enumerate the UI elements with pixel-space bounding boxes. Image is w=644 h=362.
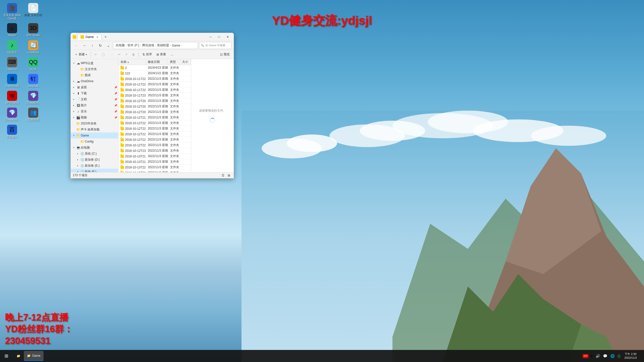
desktop-icon-fan[interactable]: 👥 QQ粉丝群 xyxy=(23,107,43,122)
tree-desktop[interactable]: ▸ 🖥 桌面 📌 xyxy=(71,84,118,90)
rename-button[interactable]: ✏ xyxy=(116,51,123,58)
tree-thispc[interactable]: ▾ 💻 此电脑 xyxy=(71,145,118,151)
desktop-icon-wps[interactable]: W WPS Office xyxy=(2,90,22,106)
tree-2023[interactable]: 📁 2023年杂鱼 xyxy=(71,120,118,126)
minimize-button[interactable]: ─ xyxy=(207,34,215,40)
tray-speaker[interactable]: 🔊 xyxy=(595,353,601,358)
table-row[interactable]: 2018-10-12T22-11-292022/11/3 星期四 13...文件… xyxy=(118,126,191,131)
tree-d[interactable]: ▸ 💿 新加卷 (D:) xyxy=(71,157,118,163)
close-button[interactable]: ✕ xyxy=(224,34,232,40)
search-box[interactable]: 🔍 在 Game 中搜索 xyxy=(199,42,232,49)
share-button[interactable]: ↗ xyxy=(123,51,130,58)
breadcrumb-f[interactable]: 软件 (F:) xyxy=(127,43,140,48)
desktop-icon-qq[interactable]: ♪ QQ音乐 xyxy=(2,39,22,55)
tray-qq[interactable]: Q xyxy=(617,353,621,358)
table-row[interactable]: 2018-10-12T20-57-272022/11/3 星期四 13...文件… xyxy=(118,109,191,115)
window-tab[interactable]: Game ✕ xyxy=(77,34,102,40)
table-row[interactable]: 2018-10-12T22-20-162022/11/3 星期四 13...文件… xyxy=(118,137,191,143)
tree-download[interactable]: ▸ ⬇ 下载 📌 xyxy=(71,90,118,96)
table-row[interactable]: 2018-10-11T22-47-122022/11/3 星期四 13...文件… xyxy=(118,87,191,93)
tree-docs[interactable]: ▸ 📄 文档 📌 xyxy=(71,96,118,102)
taskbar-explorer[interactable]: 📁 xyxy=(14,351,23,361)
tree-main-folder[interactable]: 📁 主文件夹 xyxy=(71,66,118,72)
back-button[interactable]: ← xyxy=(73,42,80,49)
table-row[interactable]: 2018-10-13T21-49-172022/11/3 星期四 13...文件… xyxy=(118,159,191,165)
col-date[interactable]: 修改日期 xyxy=(146,59,168,65)
table-row[interactable]: 22024/4/23 星期二 23...文件夹 xyxy=(118,65,191,71)
desktop-icon-teamviewer[interactable]: 🖥 TeamViewS xyxy=(2,73,22,89)
tab-close-icon[interactable]: ✕ xyxy=(96,36,98,38)
table-row[interactable]: 2018-10-12T23-21-412022/11/3 星期四 13...文件… xyxy=(118,148,191,154)
tree-c[interactable]: ▸ 💿 系统 (C:) xyxy=(71,151,118,157)
desktop-icon-webcam1[interactable]: 🎥 无名点名 WebCam器 xyxy=(2,2,22,21)
table-row[interactable]: 2018-10-12T21-26-352022/11/3 星期四 13...文件… xyxy=(118,115,191,120)
path-dropdown[interactable]: ⌄ xyxy=(105,42,112,49)
table-row[interactable]: 2018-10-11T23-21-392022/11/3 星期四 13...文件… xyxy=(118,93,191,98)
tray-sougou[interactable]: S中 xyxy=(583,354,589,358)
tree-wps-cloud[interactable]: ▾ ☁ WPS云盘 xyxy=(71,60,118,66)
tray-network[interactable]: 🌐 xyxy=(609,353,616,358)
tree-imgbed[interactable]: 📁 图床 xyxy=(71,72,118,78)
tree-soundcard[interactable]: 📁 声卡 效果加载 xyxy=(71,126,118,132)
more-button[interactable]: ... xyxy=(169,51,175,58)
table-row[interactable]: 2018-10-12T20-28-052022/11/3 星期四 13...文件… xyxy=(118,104,191,109)
table-row[interactable]: 2018-10-12T22-56-152022/11/3 星期四 13...文件… xyxy=(118,143,191,148)
taskbar-game[interactable]: 📁 Game xyxy=(24,351,44,361)
tray-yen[interactable]: ¥ xyxy=(590,353,594,358)
desktop-icon-crystal2[interactable]: 💎 CrystalDis... xyxy=(23,90,43,106)
col-name[interactable]: 名称 ▲ xyxy=(118,59,146,65)
view-button[interactable]: ⊞ 查看 xyxy=(154,51,168,58)
breadcrumb-bar[interactable]: 此电脑 › 软件 (F:) › 腾讯游戏 › 英雄联盟 › Game › xyxy=(113,42,198,49)
table-row[interactable]: 2018-10-12T20-16-092022/11/3 星期四 13...文件… xyxy=(118,98,191,104)
desktop-icon-loopback[interactable]: 🔄 LoopBack xyxy=(23,39,43,55)
desktop-icon-crystal1[interactable]: 💎 CrystalDis... xyxy=(2,107,22,122)
desktop-icon-logickeys[interactable]: ⌨ LogiKeys xyxy=(2,56,22,72)
add-tab-button[interactable]: + xyxy=(103,34,109,40)
breadcrumb-pc[interactable]: 此电脑 xyxy=(115,43,125,48)
tree-pics[interactable]: ▸ 🖼 图片 📌 xyxy=(71,102,118,108)
start-button[interactable]: ⊞ xyxy=(0,350,13,362)
col-size[interactable]: 大小 xyxy=(180,59,191,65)
table-row[interactable]: 2018-10-13T21-18-492022/11/3 星期四 13...文件… xyxy=(118,154,191,159)
paste-button[interactable]: 📄 xyxy=(108,51,115,58)
table-row[interactable]: 2018-10-11T22-41-522022/11/3 星期四 13...文件… xyxy=(118,82,191,87)
table-row[interactable]: 1232024/1/22 星期五 20...文件夹 xyxy=(118,71,191,76)
forward-button[interactable]: → xyxy=(81,42,88,49)
tree-onedrive[interactable]: ▸ ☁ OneDrive xyxy=(71,78,118,84)
desktop-icon-3ds[interactable]: 3D 3DS Studio xyxy=(23,22,43,38)
preview-button[interactable]: ⊡ 预览 xyxy=(218,51,232,58)
desktop-icon-steam[interactable]: ♨ Steam xyxy=(2,22,22,38)
desktop-icon-textfile[interactable]: 📄 新建 文本文档 xyxy=(23,2,43,21)
show-desktop-button[interactable] xyxy=(640,355,642,356)
cut-button[interactable]: ✂ xyxy=(92,51,99,58)
table-row[interactable]: 2018-10-12T22-00-002022/11/3 星期四 13...文件… xyxy=(118,120,191,126)
delete-button[interactable]: 🗑 xyxy=(130,51,137,58)
copy-button[interactable]: 📋 xyxy=(99,51,107,58)
up-button[interactable]: ↑ xyxy=(89,42,96,49)
maximize-button[interactable]: □ xyxy=(215,34,223,40)
tree-music[interactable]: ▸ ♪ 音乐 📌 xyxy=(71,108,118,114)
tree-f[interactable]: ▾ 💿 软件 (F:) xyxy=(71,169,118,172)
tree-video[interactable]: ▸ 🎬 视频 📌 xyxy=(71,114,118,120)
desktop-icon-baidu[interactable]: 百 百度输入 xyxy=(2,124,22,140)
taskbar-clock[interactable]: 下午 2:30 2022/11/3 xyxy=(622,352,639,360)
table-row[interactable]: 2018-10-13T22-12-552022/11/3 星期四 13...文件… xyxy=(118,165,191,170)
tray-chat[interactable]: 💬 xyxy=(602,353,608,358)
tree-config[interactable]: 📁 Config xyxy=(71,139,118,145)
sort-button[interactable]: ⇅ 排序 xyxy=(140,51,154,58)
table-row[interactable]: 2018-10-12T22-12-282022/11/3 星期四 13...文件… xyxy=(118,131,191,137)
desktop-icon-dingtalk[interactable]: 钉 DingTalk xyxy=(23,73,43,89)
breadcrumb-lol[interactable]: 英雄联盟 xyxy=(156,43,170,48)
table-row[interactable]: 2018-10-11T22-11-512022/11/3 星期四 13...文件… xyxy=(118,76,191,82)
col-type[interactable]: 类型 xyxy=(168,59,180,65)
tree-game[interactable]: ▾ 📁 Game xyxy=(71,132,118,139)
new-button[interactable]: ＋ 新建 ▾ xyxy=(73,51,89,58)
tree-e[interactable]: ▸ 💿 新加卷 (E:) xyxy=(71,163,118,169)
breadcrumb-game[interactable]: Game xyxy=(171,44,181,47)
table-row[interactable]: 2018-10-13T22-36-072022/11/3 星期四 13...文件… xyxy=(118,170,191,172)
breadcrumb-tencent[interactable]: 腾讯游戏 xyxy=(142,43,155,48)
list-view-button[interactable]: ☰ xyxy=(220,173,226,178)
desktop-icon-qq2[interactable]: QQ QQ乐 xyxy=(23,56,43,72)
refresh-button[interactable]: ↻ xyxy=(97,42,104,49)
grid-view-button[interactable]: ⊞ xyxy=(226,173,232,178)
